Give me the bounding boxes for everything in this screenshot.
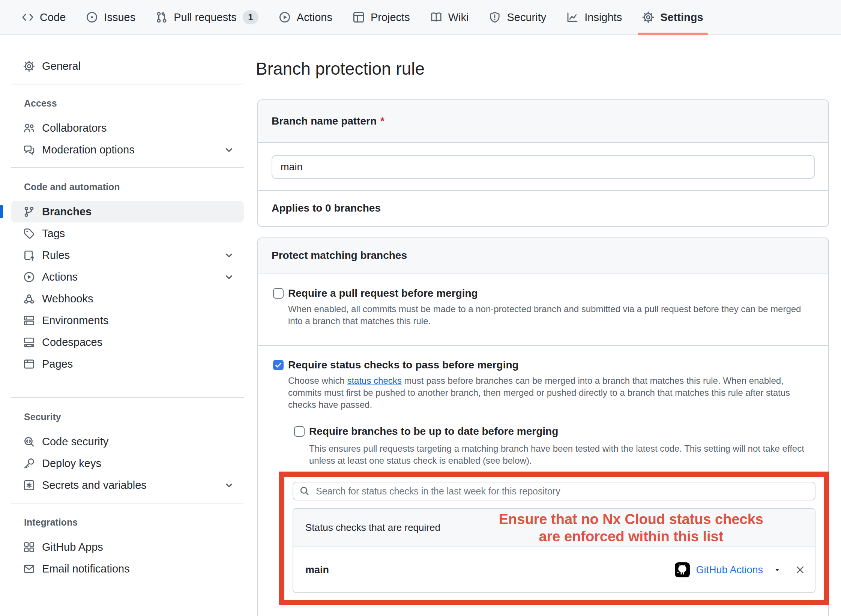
sidebar-item-codespaces[interactable]: Codespaces (11, 331, 244, 353)
tab-pull-requests[interactable]: Pull requests 1 (149, 0, 265, 35)
project-table-icon (353, 11, 365, 23)
tab-code-label: Code (40, 11, 66, 24)
chevron-down-icon (223, 144, 235, 156)
git-pull-request-icon (156, 11, 168, 23)
status-checks-link[interactable]: status checks (347, 376, 401, 386)
sidebar-item-webhooks[interactable]: Webhooks (11, 288, 244, 310)
sidebar-item-email-notifications[interactable]: Email notifications (11, 558, 244, 580)
chevron-down-icon (223, 249, 235, 261)
status-checks-search-input[interactable] (293, 482, 815, 500)
github-actions-link[interactable]: GitHub Actions (696, 564, 763, 576)
require-status-checks-label[interactable]: Require status checks to pass before mer… (288, 358, 813, 372)
description-text: Choose which (288, 376, 347, 386)
key-icon (23, 458, 35, 469)
tab-settings-label: Settings (660, 11, 703, 24)
sidebar-item-deploy-keys-label: Deploy keys (42, 457, 101, 470)
sidebar-item-collaborators[interactable]: Collaborators (11, 117, 244, 139)
tab-security-label: Security (507, 11, 546, 24)
sidebar-item-code-security[interactable]: Code security (11, 431, 244, 452)
sidebar-item-tags-label: Tags (42, 227, 65, 240)
status-check-name: main (305, 564, 329, 576)
tab-wiki[interactable]: Wiki (424, 0, 476, 35)
sidebar-item-rules[interactable]: Rules (11, 244, 244, 266)
sidebar-item-deploy-keys[interactable]: Deploy keys (11, 452, 244, 474)
require-up-to-date-checkbox[interactable] (294, 426, 305, 437)
caret-down-icon[interactable] (773, 566, 781, 574)
sidebar-section-access: Access (24, 98, 244, 109)
sidebar-item-tags[interactable]: Tags (11, 222, 244, 244)
sidebar-item-github-apps-label: GitHub Apps (42, 541, 103, 553)
sidebar-item-actions[interactable]: Actions (11, 266, 244, 288)
remove-status-check-icon[interactable] (794, 564, 806, 575)
branch-protection-main: Branch protection rule Branch name patte… (255, 35, 841, 616)
sidebar-section-security: Security (24, 412, 244, 422)
tab-code[interactable]: Code (15, 0, 72, 35)
chevron-down-icon (223, 271, 235, 283)
book-icon (430, 11, 442, 23)
sidebar-item-webhooks-label: Webhooks (42, 293, 93, 305)
require-pull-request-checkbox[interactable] (273, 288, 284, 299)
git-branch-icon (23, 206, 35, 218)
sidebar-item-actions-label: Actions (42, 271, 78, 283)
tab-projects-label: Projects (371, 11, 410, 24)
graph-icon (566, 11, 578, 23)
sidebar-item-secrets-variables[interactable]: Secrets and variables (11, 474, 244, 496)
tag-icon (23, 228, 35, 239)
annotation-text: Ensure that no Nx Cloud status checks ar… (499, 511, 763, 545)
repo-tab-bar: Code Issues Pull requests 1 Actions Proj… (0, 0, 841, 35)
branch-name-pattern-input[interactable] (272, 155, 815, 179)
sidebar-item-codespaces-label: Codespaces (42, 336, 102, 349)
pull-requests-count-badge: 1 (243, 10, 258, 24)
sidebar-item-rules-label: Rules (42, 249, 70, 261)
sidebar-item-pages-label: Pages (42, 358, 73, 370)
require-pull-request-label[interactable]: Require a pull request before merging (288, 286, 813, 300)
require-up-to-date-block: Require branches to be up to date before… (294, 424, 813, 467)
required-status-checks-title: Status checks that are required (305, 522, 440, 533)
tab-insights[interactable]: Insights (560, 0, 629, 35)
sidebar-divider (11, 397, 244, 398)
tab-security[interactable]: Security (482, 0, 553, 35)
gear-icon (642, 11, 654, 23)
codespaces-icon (23, 337, 35, 348)
require-status-checks-checkbox[interactable] (273, 360, 284, 370)
sidebar-item-environments[interactable]: Environments (11, 310, 244, 331)
tab-actions-label: Actions (297, 11, 332, 24)
sidebar-item-pages[interactable]: Pages (11, 353, 244, 375)
page-title: Branch protection rule (256, 59, 841, 79)
require-status-checks-row: Require status checks to pass before mer… (258, 345, 828, 616)
require-status-checks-description: Choose which status checks must pass bef… (288, 375, 813, 411)
codescan-icon (23, 436, 35, 448)
server-icon (23, 315, 35, 326)
comment-discussion-icon (23, 144, 35, 156)
require-up-to-date-label[interactable]: Require branches to be up to date before… (309, 424, 813, 439)
sidebar-item-branches[interactable]: Branches (11, 201, 244, 222)
tab-issues-label: Issues (104, 11, 135, 24)
required-status-checks-header: Status checks that are required Ensure t… (293, 509, 815, 547)
tab-settings[interactable]: Settings (635, 0, 710, 35)
require-up-to-date-description: This ensures pull requests targeting a m… (309, 443, 813, 467)
sidebar-item-collaborators-label: Collaborators (42, 122, 107, 134)
next-row-divider (273, 607, 813, 616)
check-icon (274, 361, 282, 369)
sidebar-divider (11, 167, 244, 168)
code-icon (22, 11, 34, 23)
tab-projects[interactable]: Projects (346, 0, 417, 35)
protect-matching-branches-header: Protect matching branches (258, 238, 828, 273)
annotation-highlight-box: Status checks that are required Ensure t… (279, 472, 829, 605)
tab-issues[interactable]: Issues (79, 0, 142, 35)
branch-name-pattern-label: Branch name pattern (272, 115, 377, 127)
issue-opened-icon (86, 11, 98, 23)
status-check-row-main: main GitHub Actions (293, 547, 815, 592)
required-status-checks-box: Status checks that are required Ensure t… (293, 508, 815, 593)
github-actions-avatar (675, 562, 690, 577)
sidebar-item-code-security-label: Code security (42, 436, 108, 448)
sidebar-item-general[interactable]: General (11, 55, 244, 77)
sidebar-item-moderation-options[interactable]: Moderation options (11, 139, 244, 161)
gear-icon (23, 60, 35, 72)
sidebar-divider (11, 503, 244, 503)
sidebar-item-github-apps[interactable]: GitHub Apps (11, 536, 244, 558)
sidebar-section-integrations: Integrations (24, 517, 244, 528)
tab-actions[interactable]: Actions (272, 0, 339, 35)
tab-insights-label: Insights (584, 11, 622, 24)
require-pull-request-row: Require a pull request before merging Wh… (258, 273, 828, 345)
